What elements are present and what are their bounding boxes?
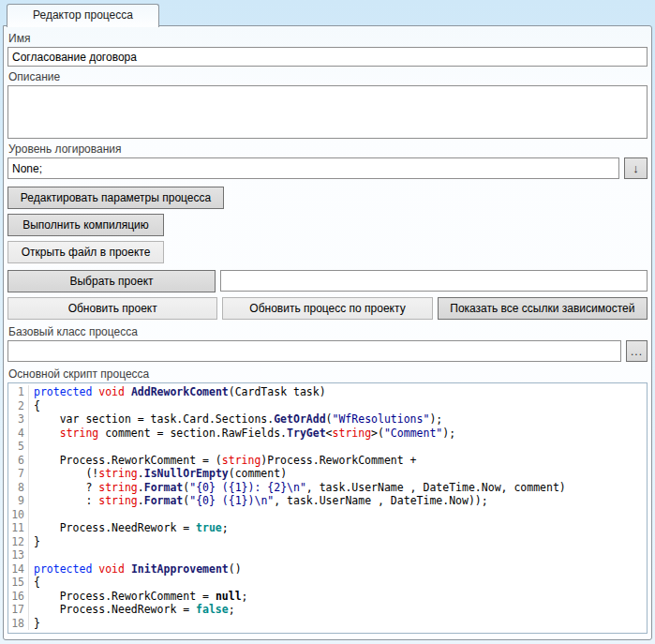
select-project-button[interactable]: Выбрать проект <box>7 270 216 292</box>
code-text: } <box>29 535 40 549</box>
code-text: ? string.Format("{0} ({1}): {2}\n", task… <box>29 481 566 495</box>
code-line: 12} <box>8 535 647 549</box>
line-number: 9 <box>8 494 29 508</box>
line-number: 1 <box>8 385 29 399</box>
project-path-input[interactable] <box>220 270 648 292</box>
code-text: Process.ReworkComment = (string)Process.… <box>29 454 417 468</box>
line-number: 12 <box>8 535 29 549</box>
code-line: 8 ? string.Format("{0} ({1}): {2}\n", ta… <box>8 481 647 495</box>
line-number: 3 <box>8 412 29 427</box>
edit-params-button[interactable]: Редактировать параметры процесса <box>7 187 224 209</box>
base-class-label: Базовый класс процесса <box>8 325 647 338</box>
code-text: Process.NeedRework = false; <box>29 603 235 617</box>
code-text: Process.NeedRework = true; <box>29 521 229 535</box>
code-line: 9 : string.Format("{0} ({1})\n", task.Us… <box>8 494 647 508</box>
script-label: Основной скрипт процесса <box>8 367 647 381</box>
code-line: 6 Process.ReworkComment = (string)Proces… <box>8 454 647 468</box>
update-project-button[interactable]: Обновить проект <box>7 297 217 320</box>
code-text: (!string.IsNullOrEmpty(comment) <box>29 467 287 481</box>
line-number: 5 <box>8 440 29 454</box>
line-number: 10 <box>8 508 29 522</box>
ellipsis-icon: ... <box>631 345 643 358</box>
code-line: 10 <box>8 508 647 522</box>
code-text <box>29 508 34 522</box>
line-number: 4 <box>8 427 29 441</box>
down-arrow-icon: ↓ <box>633 161 639 175</box>
tab-process-editor[interactable]: Редактор процесса <box>7 4 159 27</box>
update-process-button[interactable]: Обновить процесс по проекту <box>222 297 432 320</box>
base-class-input[interactable] <box>7 340 621 362</box>
line-number: 8 <box>8 481 29 495</box>
show-dependency-links-button[interactable]: Показать все ссылки зависимостей <box>438 297 648 320</box>
line-number: 14 <box>8 562 29 577</box>
code-line: 14protected void InitApprovement() <box>8 562 647 577</box>
script-code-editor[interactable]: 1protected void AddReworkComent(CardTask… <box>7 382 648 634</box>
log-level-dropdown-button[interactable]: ↓ <box>624 157 648 179</box>
description-label: Описание <box>8 70 647 83</box>
code-text: { <box>29 576 40 590</box>
base-class-row: ... <box>7 340 648 362</box>
log-level-input[interactable] <box>7 157 619 179</box>
code-line: 18} <box>8 617 647 631</box>
select-project-row: Выбрать проект <box>7 270 648 292</box>
line-number: 15 <box>8 576 29 590</box>
base-class-browse-button[interactable]: ... <box>626 340 648 362</box>
code-line: 16 Process.ReworkComment = null; <box>8 590 647 604</box>
log-level-row: ↓ <box>7 157 648 179</box>
code-line: 4 string comment = section.RawFields.Try… <box>8 427 647 441</box>
code-line: 5 <box>8 440 647 454</box>
line-number: 7 <box>8 467 29 481</box>
tab-strip: Редактор процесса <box>0 0 655 26</box>
code-text: protected void InitApprovement() <box>29 562 242 577</box>
code-line: 3 var section = task.Card.Sections.GetOr… <box>8 412 647 427</box>
line-number: 17 <box>8 603 29 617</box>
line-number: 2 <box>8 399 29 413</box>
line-number: 16 <box>8 590 29 604</box>
code-text: } <box>29 617 40 631</box>
code-text <box>29 440 34 454</box>
code-line: 13 <box>8 548 647 562</box>
code-text: : string.Format("{0} ({1})\n", task.User… <box>29 494 488 508</box>
code-line: 2{ <box>8 399 647 413</box>
code-text: protected void AddReworkComent(CardTask … <box>29 385 326 399</box>
code-text: var section = task.Card.Sections.GetOrAd… <box>29 412 442 427</box>
code-text: string comment = section.RawFields.TryGe… <box>29 427 455 441</box>
code-text: { <box>29 399 40 413</box>
log-level-label: Уровень логирования <box>8 142 647 156</box>
code-text: Process.ReworkComment = null; <box>29 590 248 604</box>
line-number: 11 <box>8 521 29 535</box>
line-number: 18 <box>8 617 29 631</box>
description-input[interactable] <box>7 85 648 139</box>
code-text <box>29 548 34 562</box>
name-label: Имя <box>8 32 647 45</box>
compile-button[interactable]: Выполнить компиляцию <box>7 214 164 236</box>
code-line: 7 (!string.IsNullOrEmpty(comment) <box>8 467 647 481</box>
code-line: 17 Process.NeedRework = false; <box>8 603 647 617</box>
line-number: 13 <box>8 548 29 562</box>
tab-label: Редактор процесса <box>33 8 133 22</box>
code-line: 11 Process.NeedRework = true; <box>8 521 647 535</box>
open-file-button[interactable]: Открыть файл в проекте <box>7 241 164 263</box>
project-actions-row: Обновить проект Обновить процесс по прое… <box>7 297 648 320</box>
name-input[interactable] <box>7 47 648 67</box>
code-line: 15{ <box>8 576 647 590</box>
code-line: 1protected void AddReworkComent(CardTask… <box>8 385 647 399</box>
process-editor-panel: Имя Описание Уровень логирования ↓ Редак… <box>3 25 652 640</box>
line-number: 6 <box>8 454 29 468</box>
